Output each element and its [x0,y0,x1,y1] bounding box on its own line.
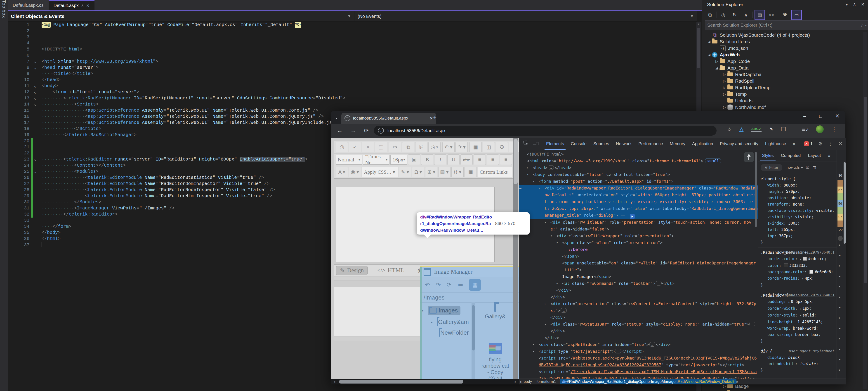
fold-icon[interactable]: ⌄ [34,95,41,101]
devtools-close-icon[interactable]: ✕ [838,141,842,147]
axe-extension-icon[interactable]: △ [739,126,743,133]
tree-expander-icon[interactable]: ◢ [706,53,712,57]
collapsed-section-expander-icon[interactable]: ▸ [839,295,841,299]
editor-tool-11[interactable]: ◫ [483,142,495,152]
format-painter-button[interactable]: ✎ ▾ [399,167,411,177]
code-line[interactable]: 5 <!DOCTYPE html> [8,46,696,52]
fold-icon[interactable]: ⌄ [34,58,41,64]
maximize-icon[interactable]: □ [819,113,822,119]
code-line[interactable]: 3 [8,34,696,40]
dom-node[interactable]: ▸<ul class="rwCommands" role="toolbar">…… [519,280,758,287]
dom-node[interactable]: ▸<head>…</head> [519,164,758,171]
solution-tree-item[interactable]: ▷RadSpell [702,78,863,84]
css-property[interactable]: backface-visibility: visible; [761,207,835,214]
node-expander-icon[interactable]: ▸ [545,321,549,328]
dom-node[interactable]: ▸<div class="rwStatusBar" role="status" … [519,321,758,334]
devtools-tab-elements[interactable]: Elements [543,138,567,150]
color-tool-1[interactable]: ◉ ▾ [349,167,361,177]
css-property[interactable]: position: absolute; [761,195,835,201]
code-line[interactable]: 11⌄<body> [8,83,696,89]
dom-node[interactable]: Image Manager</span> [519,273,758,280]
code-line[interactable]: 9 ····<title></title> [8,71,696,77]
devtools-tab-console[interactable]: Console [567,138,590,150]
collapsed-section-expander-icon[interactable]: ▸ [839,347,841,351]
collapsed-section-expander-icon[interactable]: ▸ [839,254,841,257]
expand-icon[interactable]: ▸ [802,277,804,280]
code-line[interactable]: 7⌄<html xmlns="http://www.w3.org/1999/xh… [8,58,696,64]
toolbox-vertical-tab[interactable]: Toolbox [0,0,7,18]
solution-toolbar-icon-1[interactable]: ◷ [719,10,728,20]
css-property[interactable]: left: 265px; [761,226,835,233]
expand-icon[interactable]: ▸ [788,300,790,304]
paragraph-style-dropdown[interactable]: Normal▾ [336,155,362,165]
apply-css-dropdown[interactable]: Apply CSS… ▾ [362,167,398,177]
color-swatch[interactable] [803,257,807,260]
collapsed-section-expander-icon[interactable]: ▸ [839,327,841,330]
css-property[interactable]: border-style: ▸solid; [761,312,835,319]
solution-tree-item[interactable]: ▷RadCaptcha [702,71,863,78]
editor-tool-8[interactable]: ↶ ▾ [442,142,455,152]
image-manager-titlebar[interactable]: Image Manager [420,266,519,277]
css-property[interactable]: background-color: #e6e6e6; [761,269,835,275]
node-expander-icon[interactable]: ▸ [533,348,537,355]
client-objects-dropdown[interactable]: Client Objects & Events ▼ [8,11,354,21]
devtools-tab-network[interactable]: Network [613,138,635,150]
dom-node[interactable]: ▸<div class="aspNetHidden" aria-hidden="… [519,341,758,348]
tree-expander-icon[interactable]: ▸ [431,320,435,324]
css-rule[interactable]: element.style {width: 860px;height: 570p… [758,174,837,248]
css-property[interactable]: border-width: ▸1px; [761,305,835,312]
styles-filter-input[interactable]: ∇Filter [761,164,782,171]
tree-expander-icon[interactable]: ▷ [721,86,727,90]
color-swatch[interactable] [809,270,813,274]
code-line[interactable]: 10 </head> [8,77,696,83]
page-vertical-scrollbar[interactable] [513,138,518,380]
im-file-tile[interactable]: Gallery& [480,305,510,320]
expand-icon[interactable]: ▸ [800,257,802,261]
pin-icon[interactable]: ⊼ [81,3,84,8]
format-abc[interactable]: abc [460,155,473,165]
css-rule[interactable]: user agent stylesheetdiv {display: block… [758,346,837,375]
styles-scrollbar[interactable] [843,159,846,258]
insert-tool-3[interactable]: ⟨⟩ ▾ [452,167,464,177]
code-line[interactable]: 6 [8,52,696,58]
editor-tool-7[interactable]: ⎘ ▾ [428,142,440,152]
editor-tool-4[interactable]: ✂ [389,142,401,152]
align-2[interactable]: ≡ [500,155,512,165]
solution-tree-item[interactable]: ▷Temp [702,91,863,97]
dom-node[interactable]: ⋯▾<div id="RadWindowWrapper_RadEditor1_d… [519,185,758,219]
devtools-tab-lighthouse[interactable]: Lighthouse [762,138,789,150]
insert-tool-1[interactable]: ⊞ ▾ [425,167,437,177]
css-rules[interactable]: element.style {width: 860px;height: 570p… [758,174,837,375]
design-mode-button[interactable]: ✎ Design [336,266,368,275]
scroll-right-icon[interactable]: ► [514,380,517,384]
css-property[interactable]: color: #333333; [761,262,835,269]
node-expander-icon[interactable]: ▾ [550,232,555,239]
editor-tool-3[interactable]: ⬚ [375,142,387,152]
code-line[interactable]: 14⌄············<Scripts> [8,101,696,107]
css-property[interactable]: word-wrap: break-word; [761,325,835,331]
fold-icon[interactable]: ⌄ [34,168,41,174]
code-line[interactable]: 8⌄<head runat="server"> [8,64,696,71]
im-tool-3[interactable]: ≔ [457,281,463,288]
extensions-puzzle-icon[interactable]: ❒ [781,126,786,133]
collapsed-section-expander-icon[interactable]: ▸ [839,264,841,268]
css-property[interactable]: padding: ▸0 5px 5px; [761,299,835,305]
dom-node[interactable]: ▾<span class="rwIcon" role="presentation… [519,239,758,246]
tree-expander-icon[interactable]: ◢ [706,39,712,44]
node-expander-icon[interactable]: ▸ [527,164,531,171]
css-property[interactable]: border-color: ▸#cdcccc; [761,256,835,262]
color-tool-0[interactable]: A ▾ [336,167,348,177]
css-property[interactable]: box-sizing: border-box; [761,331,835,338]
im-tree-item[interactable]: ▾Images [422,306,470,315]
editor-tool-5[interactable]: ⧉ [402,142,414,152]
expand-icon[interactable]: ▸ [800,314,802,317]
node-expander-icon[interactable]: ▾ [533,178,537,185]
solution-tree-item[interactable]: Uploads [702,97,863,104]
editor-tool-10[interactable]: ▣ [469,142,482,152]
node-expander-icon[interactable]: ▸ [545,301,549,307]
vs-tab-Default.aspx[interactable]: Default.aspx⊼✕ [49,0,94,10]
format-U[interactable]: U [447,155,460,165]
insert-tool-4[interactable]: ▣ [465,167,477,177]
close-icon[interactable]: ✕ [861,2,865,7]
css-property[interactable]: unicode-bidi: isolate; [761,361,835,367]
